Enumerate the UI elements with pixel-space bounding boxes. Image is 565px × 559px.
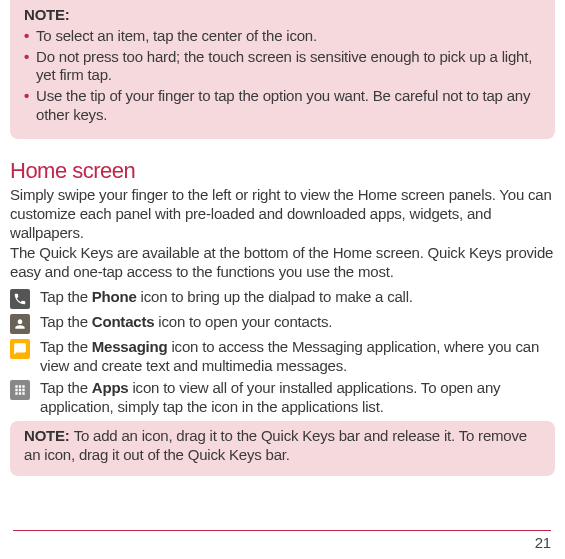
list-item: Tap the Contacts icon to open your conta… xyxy=(10,313,555,334)
footer-rule xyxy=(13,530,551,531)
apps-icon xyxy=(10,380,30,400)
note-label: NOTE: xyxy=(24,427,74,444)
page-number: 21 xyxy=(535,534,551,551)
bullet-icon: • xyxy=(24,87,29,106)
note-text: Use the tip of your finger to tap the op… xyxy=(36,87,530,123)
bullet-icon: • xyxy=(24,27,29,46)
note-list: •To select an item, tap the center of th… xyxy=(24,27,541,125)
note-box-bottom: NOTE: To add an icon, drag it to the Qui… xyxy=(10,421,555,477)
page-footer: 21 xyxy=(535,534,551,553)
bullet-icon: • xyxy=(24,48,29,67)
note-item: •To select an item, tap the center of th… xyxy=(24,27,541,46)
contacts-icon xyxy=(10,314,30,334)
phone-icon xyxy=(10,289,30,309)
list-item: Tap the Messaging icon to access the Mes… xyxy=(10,338,555,376)
note-label: NOTE: xyxy=(24,6,70,23)
list-item-text: Tap the Contacts icon to open your conta… xyxy=(40,313,555,332)
messaging-icon xyxy=(10,339,30,359)
note-box-top: NOTE: •To select an item, tap the center… xyxy=(10,0,555,139)
list-item-text: Tap the Messaging icon to access the Mes… xyxy=(40,338,555,376)
list-item-text: Tap the Phone icon to bring up the dialp… xyxy=(40,288,555,307)
quick-keys-list: Tap the Phone icon to bring up the dialp… xyxy=(10,288,555,417)
note-item: •Do not press too hard; the touch screen… xyxy=(24,48,541,86)
section-title: Home screen xyxy=(10,157,555,185)
section-paragraph: The Quick Keys are available at the bott… xyxy=(10,244,555,282)
note-text: Do not press too hard; the touch screen … xyxy=(36,48,532,84)
note-text: To add an icon, drag it to the Quick Key… xyxy=(24,427,527,463)
section-paragraph: Simply swipe your finger to the left or … xyxy=(10,186,555,242)
note-item: •Use the tip of your finger to tap the o… xyxy=(24,87,541,125)
list-item: Tap the Phone icon to bring up the dialp… xyxy=(10,288,555,309)
section-home-screen: Home screen Simply swipe your finger to … xyxy=(10,157,555,417)
note-text: To select an item, tap the center of the… xyxy=(36,27,317,44)
list-item-text: Tap the Apps icon to view all of your in… xyxy=(40,379,555,417)
list-item: Tap the Apps icon to view all of your in… xyxy=(10,379,555,417)
